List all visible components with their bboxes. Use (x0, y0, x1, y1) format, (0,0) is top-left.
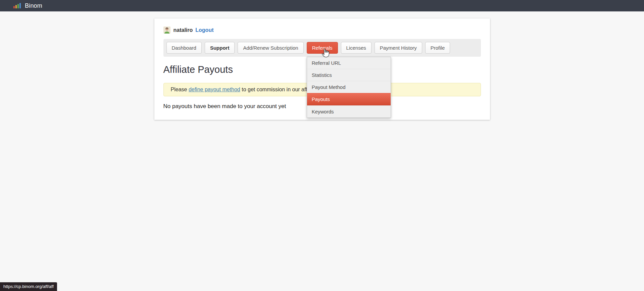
define-payout-method-link[interactable]: define payout method (189, 87, 240, 92)
link-preview-statusbar: https://cp.binom.org/aff/aff (0, 282, 57, 291)
menu-item-keywords[interactable]: Keywords (307, 105, 391, 117)
menu-item-referral-url[interactable]: Referral URL (307, 57, 391, 69)
nav-referrals-wrapper: Referrals Referral URL Statistics Payout… (307, 42, 338, 54)
nav-profile[interactable]: Profile (425, 42, 450, 54)
nav-referrals[interactable]: Referrals (307, 42, 338, 54)
notice-text-suffix: to get commission in our affilia (240, 87, 314, 92)
top-bar: Binom (0, 0, 644, 11)
user-name: nataliro (174, 27, 193, 33)
brand-name: Binom (25, 2, 42, 9)
nav-payment-history[interactable]: Payment History (375, 42, 422, 54)
menu-item-payouts[interactable]: Payouts (307, 93, 391, 105)
nav-bar: Dashboard Support Add/Renew Subscription… (163, 39, 481, 57)
notice-text-prefix: Please (171, 87, 189, 92)
nav-dashboard[interactable]: Dashboard (166, 42, 202, 54)
bar-chart-icon (13, 3, 21, 8)
user-row: nataliro Logout (163, 27, 481, 34)
nav-support[interactable]: Support (205, 42, 235, 54)
nav-add-renew-subscription[interactable]: Add/Renew Subscription (238, 42, 303, 54)
nav-licenses[interactable]: Licenses (341, 42, 371, 54)
logout-link[interactable]: Logout (195, 27, 213, 33)
menu-item-payout-method[interactable]: Payout Method (307, 81, 391, 93)
referrals-dropdown-menu: Referral URL Statistics Payout Method Pa… (307, 57, 391, 118)
user-avatar (163, 27, 170, 34)
menu-item-statistics[interactable]: Statistics (307, 69, 391, 81)
main-card: nataliro Logout Dashboard Support Add/Re… (154, 18, 490, 120)
